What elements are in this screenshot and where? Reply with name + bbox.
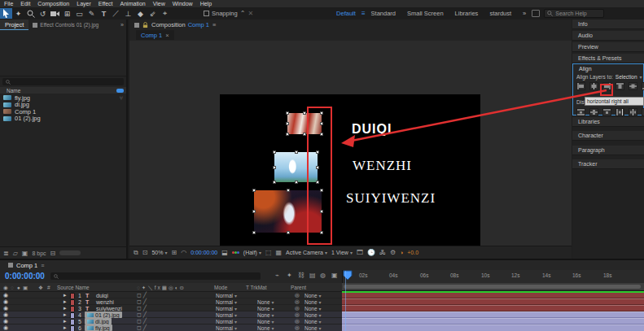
- trkmat-dropdown[interactable]: None▾: [257, 324, 274, 331]
- parent-dropdown[interactable]: None▾: [304, 292, 322, 298]
- layer-name[interactable]: suiyiwenzi: [96, 305, 122, 311]
- panel-header-effects-presets[interactable]: Effects & Presets: [572, 54, 644, 63]
- tab-project[interactable]: Project: [0, 20, 28, 30]
- align-vertical-center-button[interactable]: [629, 82, 637, 90]
- mode-dropdown[interactable]: Normal▾: [216, 305, 237, 311]
- transparency-grid-icon[interactable]: ▦: [276, 249, 283, 256]
- menu-help[interactable]: Help: [200, 1, 212, 7]
- menu-edit[interactable]: Edit: [20, 1, 30, 7]
- eraser-tool-icon[interactable]: ◆: [134, 8, 147, 19]
- panel-header-character[interactable]: Character: [572, 131, 644, 141]
- align-horizontal-center-button[interactable]: [589, 82, 598, 90]
- workspace-libraries[interactable]: Libraries: [455, 10, 479, 17]
- layer-bar-di-jpg[interactable]: [342, 318, 644, 324]
- search-help-box[interactable]: Search Help: [544, 9, 604, 18]
- parent-dropdown[interactable]: None▾: [304, 318, 322, 324]
- source-name-column-label[interactable]: Source Name: [57, 285, 90, 290]
- parent-dropdown[interactable]: None▾: [304, 305, 322, 311]
- interpret-footage-icon[interactable]: ≣: [3, 250, 9, 257]
- exposure-value[interactable]: +0.0: [407, 250, 418, 255]
- mode-dropdown[interactable]: Normal▾: [216, 324, 237, 331]
- align-panel-title[interactable]: Align: [573, 64, 643, 72]
- panel-header-paragraph[interactable]: Paragraph: [572, 146, 644, 155]
- parent-pickwhip[interactable]: ◎: [295, 292, 300, 298]
- snap-options-icon[interactable]: ⌃: [240, 10, 246, 17]
- mini-flowchart-icon[interactable]: ⌁: [275, 272, 279, 279]
- clone-stamp-tool-icon[interactable]: ⊥: [122, 8, 134, 19]
- mode-dropdown[interactable]: Normal▾: [216, 298, 237, 305]
- timeline-link-icon[interactable]: 🕒: [367, 249, 375, 256]
- workspace-standard[interactable]: Standard: [371, 10, 396, 17]
- workspace-overflow-chevron[interactable]: »: [523, 10, 526, 17]
- layer-bar-fly-jpg[interactable]: [342, 324, 644, 331]
- tab-effect-controls[interactable]: Effect Controls 01 (2).jpg: [28, 22, 103, 28]
- panel-menu-icon[interactable]: ≡: [41, 263, 44, 268]
- trkmat-dropdown[interactable]: None▾: [257, 298, 274, 305]
- shape-tool-icon[interactable]: ▭: [73, 8, 85, 19]
- comp-flowchart-icon[interactable]: 🖧: [379, 249, 386, 256]
- frame-blending-icon[interactable]: ▤: [309, 272, 316, 279]
- parent-pickwhip[interactable]: ◎: [295, 318, 300, 324]
- layer-bar-wenzhi[interactable]: [342, 298, 644, 305]
- playhead-marker[interactable]: [343, 270, 353, 281]
- list-item[interactable]: fly.jpg ⑂: [0, 94, 126, 102]
- expander-icon[interactable]: ▸: [64, 324, 67, 331]
- draft-3d-icon[interactable]: ✦: [287, 272, 292, 279]
- eye-icon[interactable]: ◉: [3, 324, 8, 331]
- brush-tool-icon[interactable]: ／: [110, 8, 122, 19]
- align-top-button[interactable]: [616, 82, 624, 90]
- align-layers-to-dropdown[interactable]: Selection: [616, 74, 637, 80]
- roto-brush-tool-icon[interactable]: ⇙: [147, 8, 159, 19]
- parent-dropdown[interactable]: None▾: [304, 298, 322, 305]
- layer-bar-duiqi[interactable]: [342, 292, 644, 298]
- menu-file[interactable]: File: [4, 1, 13, 7]
- snap-mask-icon[interactable]: ✕: [248, 10, 253, 17]
- work-area-handle[interactable]: [344, 285, 641, 289]
- composition-tab-label[interactable]: Composition: [151, 21, 186, 28]
- menu-composition[interactable]: Composition: [37, 1, 69, 7]
- canvas-text-wenzhi[interactable]: WENZHI: [353, 158, 412, 174]
- label-swatch[interactable]: [70, 325, 75, 331]
- workspace-menu-icon[interactable]: ≡: [361, 10, 366, 17]
- panel-header-tracker[interactable]: Tracker: [572, 159, 644, 169]
- monitor-icon[interactable]: ⊡: [142, 249, 148, 256]
- time-ruler[interactable]: 02s 04s 06s 08s 10s 12s 14s 16s 18s: [342, 270, 644, 283]
- trkmat-dropdown[interactable]: None▾: [257, 318, 274, 324]
- table-row-layer-4[interactable]: ◉ ▸ 4 01 (2).jpg ◻ ╱ Normal▾ None▾ ◎ Non…: [0, 311, 342, 318]
- layer-switches[interactable]: ◻ ╱: [137, 305, 147, 311]
- trkmat-column-label[interactable]: T TrkMat: [246, 285, 267, 290]
- layer-bar-suiyiwenzi[interactable]: [342, 305, 644, 311]
- parent-dropdown[interactable]: None▾: [304, 311, 322, 318]
- menu-effect[interactable]: Effect: [99, 1, 113, 7]
- type-tool-icon[interactable]: T: [98, 8, 110, 19]
- parent-pickwhip[interactable]: ◎: [295, 311, 300, 318]
- table-row-layer-3[interactable]: ◉ ▸ 3 T suiyiwenzi ◻ ╱ Normal▾ None▾ ◎ N…: [0, 305, 342, 311]
- panel-header-libraries[interactable]: Libraries: [572, 117, 644, 127]
- list-item[interactable]: 01 (2).jpg: [0, 115, 126, 123]
- trkmat-dropdown[interactable]: None▾: [257, 305, 274, 311]
- layer-name-selected[interactable]: 01 (2).jpg: [85, 311, 122, 318]
- timeline-search-input[interactable]: [50, 272, 261, 280]
- selection-tool-icon[interactable]: [0, 8, 12, 19]
- layer-switches[interactable]: ◻ ╱: [137, 292, 147, 298]
- menu-window[interactable]: Window: [173, 1, 193, 7]
- close-icon[interactable]: ×: [165, 32, 169, 39]
- motion-blur-icon[interactable]: ◍: [320, 272, 326, 279]
- table-row-layer-5[interactable]: ◉ ▸ 5 di.jpg ◻ ╱ Normal▾ None▾ ◎ None▾: [0, 318, 342, 324]
- layer-switches[interactable]: ◻ ╱: [137, 298, 147, 305]
- hand-tool-icon[interactable]: ✦: [12, 8, 24, 19]
- workspace-box-icon[interactable]: [532, 10, 540, 17]
- eye-icon[interactable]: ◉: [3, 305, 8, 311]
- reset-exposure-icon[interactable]: ⚙: [390, 249, 396, 256]
- canvas-text-suiyiwenzi[interactable]: SUIYIWENZI: [346, 190, 436, 207]
- layer-switches[interactable]: ◻ ╱: [137, 311, 147, 318]
- distribute-horizontal-center-button[interactable]: [629, 108, 637, 116]
- trash-icon[interactable]: ⊟: [50, 250, 56, 257]
- layer-switches[interactable]: ◻ ╱: [137, 318, 147, 324]
- parent-dropdown[interactable]: None▾: [304, 324, 322, 331]
- active-camera-dropdown[interactable]: Active Camera▾: [286, 250, 327, 255]
- parent-pickwhip[interactable]: ◎: [295, 324, 300, 331]
- layer-bar-01-2-jpg[interactable]: [342, 311, 644, 318]
- layer-switches[interactable]: ◻ ╱: [137, 324, 147, 331]
- snapshot-camera-icon[interactable]: ⬓: [221, 249, 228, 256]
